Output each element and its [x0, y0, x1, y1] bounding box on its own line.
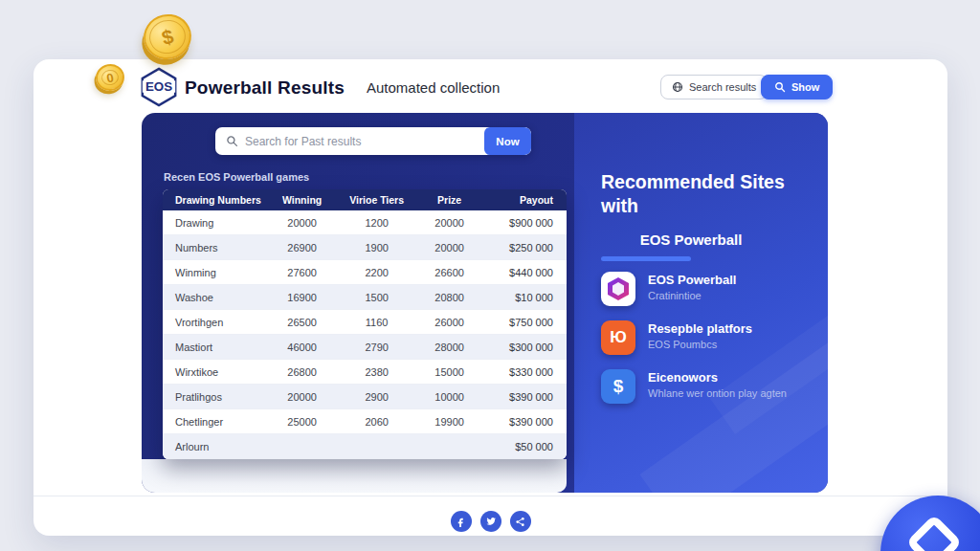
cell-tiers: 1160	[336, 317, 416, 328]
table-row[interactable]: Arlourn$50 000	[163, 434, 567, 459]
table-row[interactable]: Washoe16900150020800$10 000	[163, 285, 567, 310]
table-row[interactable]: Wirxtikoe26800238015000$330 000	[163, 360, 567, 385]
cell-prize: 26000	[417, 317, 482, 328]
table-row[interactable]: Chetlinger25000206019900$390 000	[163, 409, 567, 434]
cell-prize: 26600	[417, 267, 482, 278]
gold-coin-dollar-icon: $	[139, 10, 196, 65]
cell-payout: $440 000	[481, 267, 567, 278]
cell-payout: $300 000	[481, 342, 567, 353]
cell-label: Mastiort	[163, 342, 268, 353]
coin-ring	[145, 16, 189, 57]
cell-payout: $750 000	[481, 317, 567, 328]
cell-tiers: 2900	[336, 391, 416, 403]
facebook-icon[interactable]	[451, 511, 472, 532]
cell-label: Washoe	[163, 292, 268, 303]
table-row[interactable]: Winming27600220026600$440 000	[163, 260, 567, 285]
cell-label: Pratlihgos	[163, 391, 268, 403]
cell-tiers: 2790	[336, 342, 416, 353]
table-row[interactable]: Numbers26900190020000$250 000	[163, 235, 567, 260]
cell-winning: 26500	[268, 317, 337, 328]
cell-payout: $330 000	[481, 366, 567, 378]
cell-winning: 26800	[268, 366, 337, 378]
recommended-list: EOS PowerballCratinintioeЮResepble platf…	[601, 272, 816, 404]
recommended-site-item[interactable]: ЮResepble platforsEOS Poumbcs	[601, 320, 816, 355]
site-title: Eicenowors	[648, 370, 806, 385]
logo-text: EOS	[145, 79, 172, 94]
table-row[interactable]: Vrortihgen26500116026000$750 000	[163, 310, 567, 335]
cell-winning: 26900	[268, 242, 337, 253]
col-header-payout: Payout	[481, 194, 567, 206]
cell-prize: 15000	[417, 366, 482, 378]
header-tagline: Automated collection	[367, 79, 500, 96]
search-icon	[774, 81, 786, 93]
site-title: Resepble platfors	[648, 321, 806, 336]
site-subtitle: Cratinintioe	[648, 289, 806, 303]
col-header-drawing-numbers: Drawing Numbers	[163, 194, 268, 206]
social-links	[33, 511, 947, 532]
show-label: Show	[791, 81, 819, 93]
cell-prize: 20000	[417, 242, 482, 253]
eos-hexagon-icon	[601, 272, 635, 306]
site-subtitle: Whlane wer ontion play agten	[648, 386, 806, 401]
eos-hexagon-logo: EOS	[139, 67, 179, 107]
col-header-winning: Winning	[268, 194, 337, 206]
cell-label: Vrortihgen	[163, 317, 268, 328]
site-subtitle: EOS Poumbcs	[648, 338, 806, 352]
cell-prize: 10000	[417, 391, 482, 403]
page-title: Powerball Results	[185, 77, 345, 99]
col-header-tiers: Virioe Tiers	[336, 194, 416, 206]
table-row[interactable]: Mastiort46000279028000$300 000	[163, 335, 567, 360]
cell-payout: $390 000	[481, 391, 567, 403]
dollar-sign-icon: $	[601, 369, 635, 404]
cell-tiers: 2380	[336, 366, 416, 378]
table-row[interactable]: Pratlihgos20000290010000$390 000	[163, 385, 567, 409]
diamond-icon	[905, 514, 962, 551]
main-card: EOS Powerball Results Automated collecti…	[33, 59, 947, 536]
globe-icon	[672, 81, 683, 93]
cell-payout: $900 000	[481, 217, 567, 229]
coin-ring	[100, 69, 121, 87]
cell-tiers: 1900	[336, 242, 416, 253]
search-input[interactable]	[245, 135, 484, 148]
cell-tiers: 1200	[336, 217, 416, 229]
share-icon[interactable]	[510, 511, 531, 532]
site-title: EOS Powerball	[648, 273, 806, 287]
cell-winning: 25000	[268, 416, 337, 428]
cell-winning: 27600	[268, 267, 337, 278]
recommended-site-item[interactable]: $EicenoworsWhlane wer ontion play agten	[601, 369, 816, 404]
results-panel: Now Recen EOS Powerball games Drawing Nu…	[142, 113, 828, 493]
search-results-label: Search results	[689, 81, 756, 93]
cell-winning: 20000	[268, 217, 337, 229]
cell-winning: 20000	[268, 391, 337, 403]
cell-label: Numbers	[163, 242, 268, 253]
cell-tiers: 1500	[336, 292, 416, 303]
now-button[interactable]: Now	[484, 127, 531, 155]
cell-winning: 16900	[268, 292, 337, 303]
past-results-search-bar: Now	[215, 127, 531, 155]
results-table: Drawing Numbers Winning Virioe Tiers Pri…	[163, 189, 567, 459]
cell-payout: $250 000	[481, 242, 567, 253]
cell-prize: 19900	[417, 416, 482, 428]
table-underlay	[142, 459, 567, 493]
cell-label: Winming	[163, 267, 268, 278]
cell-payout: $10 000	[481, 292, 567, 303]
cell-label: Wirxtikoe	[163, 366, 268, 378]
cell-label: Arlourn	[163, 441, 268, 452]
recommended-site-item[interactable]: EOS PowerballCratinintioe	[601, 272, 816, 306]
table-caption: Recen EOS Powerball games	[164, 171, 309, 183]
show-button[interactable]: Show	[761, 75, 833, 99]
cell-prize: 20800	[417, 292, 482, 303]
cell-label: Drawing	[163, 217, 268, 229]
uo-monogram-icon: Ю	[601, 320, 635, 355]
footer-divider	[33, 496, 947, 496]
table-row[interactable]: Drawing20000120020000$900 000	[163, 210, 567, 235]
cell-payout: $50 000	[481, 441, 567, 452]
accent-underline	[601, 256, 691, 261]
twitter-icon[interactable]	[480, 511, 501, 532]
recommended-heading: Recommended Sites with	[601, 170, 807, 219]
cell-label: Chetlinger	[163, 416, 268, 428]
cell-prize: 20000	[417, 217, 482, 229]
table-header-row: Drawing Numbers Winning Virioe Tiers Pri…	[163, 189, 567, 210]
recommended-subheading: EOS Powerball	[601, 231, 781, 248]
search-results-button[interactable]: Search results	[660, 75, 768, 99]
